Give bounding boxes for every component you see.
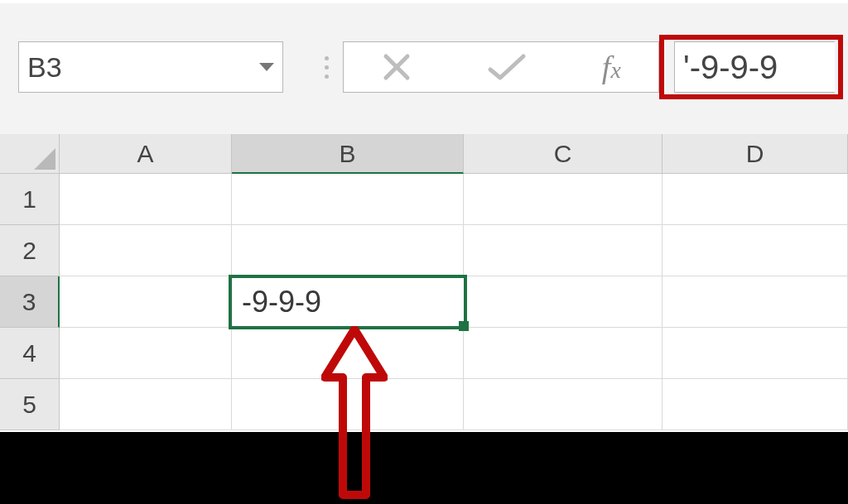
cell-B5[interactable] <box>232 379 464 430</box>
column-headers: A B C D <box>0 134 848 174</box>
cell-B1[interactable] <box>232 174 464 225</box>
table-row: 2 <box>0 225 848 276</box>
table-row: 1 <box>0 174 848 225</box>
name-box[interactable]: B3 <box>18 41 283 93</box>
row-header-4[interactable]: 4 <box>0 328 60 379</box>
select-all-corner[interactable] <box>0 134 60 174</box>
highlight-box: '-9-9-9 <box>659 35 843 99</box>
row-header-3[interactable]: 3 <box>0 276 60 328</box>
formula-bar: B3 fx '-9-9-9 <box>0 33 848 99</box>
formula-input-value: '-9-9-9 <box>683 49 778 86</box>
cell-C1[interactable] <box>464 174 662 225</box>
column-header-D[interactable]: D <box>662 134 848 174</box>
cell-D2[interactable] <box>662 225 848 276</box>
row-header-1[interactable]: 1 <box>0 174 60 225</box>
table-row: 4 <box>0 328 848 379</box>
name-box-value: B3 <box>27 51 62 84</box>
cell-C5[interactable] <box>464 379 662 430</box>
column-header-A[interactable]: A <box>60 134 232 174</box>
cell-B2[interactable] <box>232 225 464 276</box>
formula-input[interactable]: '-9-9-9 <box>674 41 835 93</box>
formula-tools: fx <box>343 41 659 93</box>
cell-A1[interactable] <box>60 174 232 225</box>
close-icon[interactable] <box>381 51 412 83</box>
row-header-5[interactable]: 5 <box>0 379 60 430</box>
selected-cell-value: -9-9-9 <box>242 285 321 319</box>
cell-D5[interactable] <box>662 379 848 430</box>
check-icon[interactable] <box>487 51 527 83</box>
row-header-2[interactable]: 2 <box>0 225 60 276</box>
chevron-down-icon[interactable] <box>259 63 274 71</box>
selected-cell[interactable]: -9-9-9 <box>229 275 467 329</box>
cell-A5[interactable] <box>60 379 232 430</box>
sheet-grid[interactable]: A B C D 1 2 3 <box>0 134 848 432</box>
cell-C3[interactable] <box>464 276 662 328</box>
cell-C2[interactable] <box>464 225 662 276</box>
separator-grip-icon <box>316 41 336 93</box>
fx-icon[interactable]: fx <box>602 49 621 85</box>
cell-A3[interactable] <box>60 276 232 328</box>
cell-C4[interactable] <box>464 328 662 379</box>
cell-B4[interactable] <box>232 328 464 379</box>
cell-A4[interactable] <box>60 328 232 379</box>
cell-D3[interactable] <box>662 276 848 328</box>
column-header-B[interactable]: B <box>232 134 464 174</box>
spreadsheet-app: B3 fx '-9-9-9 <box>0 0 848 429</box>
fill-handle[interactable] <box>459 321 469 331</box>
cell-D4[interactable] <box>662 328 848 379</box>
table-row: 5 <box>0 379 848 430</box>
cell-D1[interactable] <box>662 174 848 225</box>
column-header-C[interactable]: C <box>464 134 662 174</box>
cell-A2[interactable] <box>60 225 232 276</box>
